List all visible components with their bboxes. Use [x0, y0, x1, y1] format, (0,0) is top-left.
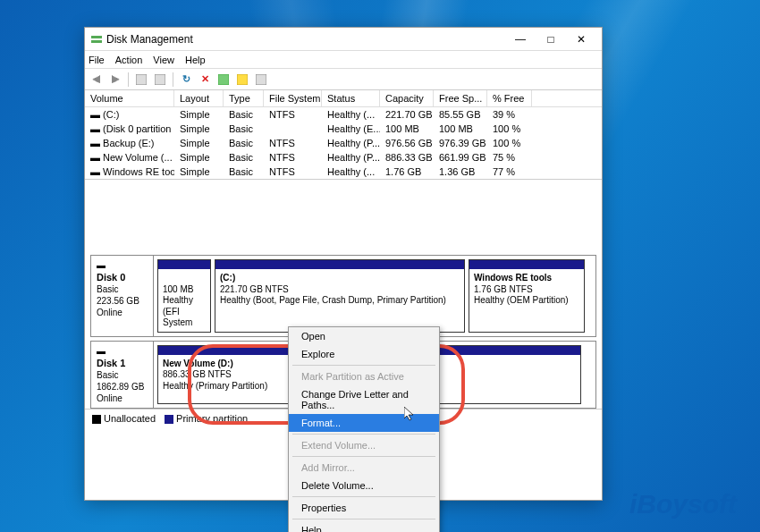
toolbar: ⯇ ⯈ ↻ ✕ [85, 69, 602, 90]
col-capacity[interactable]: Capacity [380, 90, 434, 106]
menu-item: Mark Partition as Active [289, 367, 439, 385]
menu-action[interactable]: Action [115, 55, 143, 65]
titlebar[interactable]: Disk Management — □ ✕ [85, 28, 602, 51]
menu-item[interactable]: Help [289, 521, 439, 532]
menu-item[interactable]: Open [289, 327, 439, 345]
tool-icon[interactable] [152, 72, 168, 88]
partition[interactable]: (C:)221.70 GB NTFSHealthy (Boot, Page Fi… [215, 259, 465, 333]
col-status[interactable]: Status [322, 90, 380, 106]
close-button[interactable]: ✕ [566, 30, 596, 49]
menu-view[interactable]: View [153, 55, 174, 65]
col-volume[interactable]: Volume [85, 90, 174, 106]
brand-logo: iBoysoft [629, 489, 737, 519]
col-free[interactable]: Free Sp... [434, 90, 487, 106]
tool-icon[interactable] [253, 72, 269, 88]
minimize-button[interactable]: — [505, 30, 536, 49]
partition[interactable]: 100 MBHealthy (EFI System [157, 259, 211, 333]
list-header[interactable]: Volume Layout Type File System Status Ca… [85, 90, 602, 107]
context-menu[interactable]: OpenExploreMark Partition as ActiveChang… [288, 326, 440, 532]
svg-rect-0 [91, 36, 102, 38]
menu-item[interactable]: Delete Volume... [289, 477, 439, 494]
col-fs[interactable]: File System [264, 90, 322, 106]
legend-swatch-primary [165, 415, 173, 424]
table-row[interactable]: ▬ New Volume (...SimpleBasicNTFSHealthy … [85, 150, 602, 165]
tool-icon[interactable] [133, 72, 149, 88]
svg-marker-7 [404, 407, 413, 420]
col-layout[interactable]: Layout [174, 90, 224, 106]
svg-rect-3 [155, 74, 165, 85]
refresh-icon[interactable]: ↻ [178, 72, 194, 88]
volume-list[interactable]: Volume Layout Type File System Status Ca… [85, 90, 602, 180]
partition[interactable]: Windows RE tools1.76 GB NTFSHealthy (OEM… [469, 259, 585, 333]
menu-item[interactable]: Properties [289, 499, 439, 517]
disk-label: ▬ Disk 1Basic1862.89 GBOnline [91, 342, 154, 408]
disk-row[interactable]: ▬ Disk 0Basic223.56 GBOnline100 MBHealth… [90, 255, 596, 337]
svg-rect-2 [136, 74, 147, 85]
delete-icon[interactable]: ✕ [197, 72, 213, 88]
svg-rect-5 [237, 74, 248, 85]
menu-help[interactable]: Help [185, 55, 206, 65]
maximize-button[interactable]: □ [536, 30, 566, 49]
svg-rect-6 [256, 74, 266, 85]
table-row[interactable]: ▬ (Disk 0 partition 1)SimpleBasicHealthy… [85, 122, 602, 136]
menu-file[interactable]: File [89, 55, 105, 65]
table-row[interactable]: ▬ Windows RE toolsSimpleBasicNTFSHealthy… [85, 165, 602, 179]
table-row[interactable]: ▬ (C:)SimpleBasicNTFSHealthy (...221.70 … [85, 107, 602, 122]
back-icon[interactable]: ⯇ [89, 72, 105, 88]
menu-item[interactable]: Explore [289, 345, 439, 363]
disk-label: ▬ Disk 0Basic223.56 GBOnline [91, 256, 154, 336]
table-row[interactable]: ▬ Backup (E:)SimpleBasicNTFSHealthy (P..… [85, 136, 602, 150]
menubar: File Action View Help [85, 51, 602, 69]
legend-swatch-unallocated [92, 415, 101, 424]
col-type[interactable]: Type [224, 90, 264, 106]
app-icon [90, 33, 103, 46]
menu-item: Add Mirror... [289, 459, 439, 477]
window-title: Disk Management [106, 33, 505, 46]
svg-rect-4 [218, 74, 229, 85]
menu-item: Extend Volume... [289, 436, 439, 454]
tool-icon[interactable] [215, 72, 232, 88]
svg-rect-1 [91, 40, 102, 43]
cursor-icon [404, 407, 418, 424]
properties-icon[interactable] [234, 72, 250, 88]
forward-icon[interactable]: ⯈ [107, 72, 123, 88]
col-pct[interactable]: % Free [487, 90, 532, 106]
